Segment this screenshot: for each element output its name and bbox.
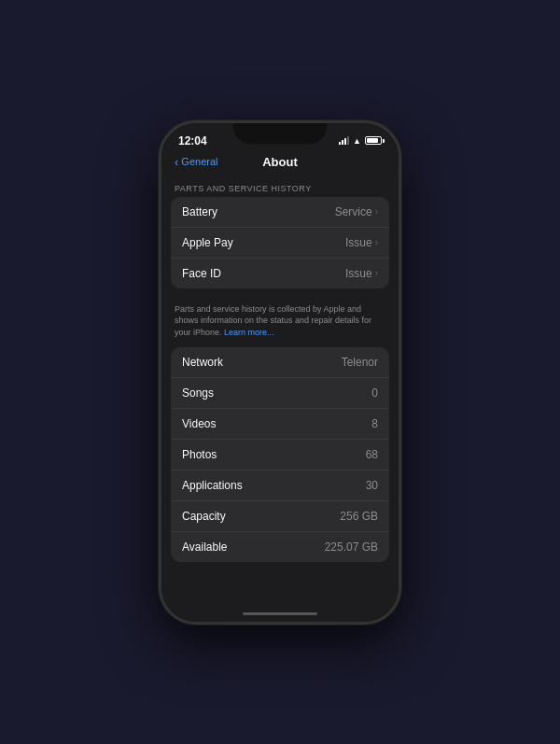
learn-more-link[interactable]: Learn more... bbox=[224, 328, 274, 337]
status-time: 12:04 bbox=[178, 134, 207, 147]
table-row[interactable]: Network Telenor bbox=[171, 347, 389, 378]
videos-count: 8 bbox=[371, 417, 378, 430]
wifi-icon: ▲ bbox=[353, 136, 361, 146]
back-label: General bbox=[181, 156, 217, 167]
apple-pay-value: Issue › bbox=[345, 236, 378, 249]
back-button[interactable]: ‹ General bbox=[175, 155, 217, 169]
apple-pay-label: Apple Pay bbox=[182, 236, 233, 249]
available-label: Available bbox=[182, 540, 227, 554]
table-row[interactable]: Songs 0 bbox=[171, 378, 389, 409]
capacity-amount: 256 GB bbox=[340, 510, 378, 523]
parts-card: Battery Service › Apple Pay Issue › Face… bbox=[171, 197, 389, 288]
table-row[interactable]: Capacity 256 GB bbox=[171, 501, 389, 532]
face-id-status: Issue bbox=[345, 267, 372, 280]
notch bbox=[233, 123, 327, 144]
applications-count: 30 bbox=[366, 479, 378, 492]
nav-bar: ‹ General About bbox=[161, 151, 399, 175]
parts-section-header: PARTS AND SERVICE HISTORY bbox=[161, 175, 399, 197]
battery-label: Battery bbox=[182, 205, 217, 218]
table-row[interactable]: Videos 8 bbox=[171, 409, 389, 440]
home-indicator bbox=[161, 607, 399, 622]
nav-title: About bbox=[262, 155, 298, 169]
videos-value: 8 bbox=[371, 417, 378, 430]
parts-info-text: Parts and service history is collected b… bbox=[161, 298, 399, 348]
chevron-right-icon: › bbox=[375, 206, 378, 217]
table-row[interactable]: Applications 30 bbox=[171, 470, 389, 501]
phone-screen: 12:04 ▲ ‹ General About PARTS AND SERV bbox=[161, 123, 399, 622]
available-amount: 225.07 GB bbox=[325, 540, 378, 554]
battery-status: Service bbox=[335, 205, 372, 218]
apple-pay-status: Issue bbox=[345, 236, 372, 249]
table-row[interactable]: Apple Pay Issue › bbox=[171, 228, 389, 259]
capacity-value: 256 GB bbox=[340, 510, 378, 523]
chevron-right-icon: › bbox=[375, 237, 378, 247]
applications-value: 30 bbox=[366, 479, 378, 492]
photos-value: 68 bbox=[366, 448, 378, 461]
content-area: PARTS AND SERVICE HISTORY Battery Servic… bbox=[161, 175, 399, 607]
chevron-right-icon: › bbox=[375, 268, 378, 278]
table-row[interactable]: Battery Service › bbox=[171, 197, 389, 228]
info-card: Network Telenor Songs 0 Videos 8 bbox=[171, 347, 389, 562]
network-value: Telenor bbox=[342, 356, 378, 369]
network-carrier: Telenor bbox=[342, 356, 378, 369]
home-bar bbox=[243, 612, 317, 615]
phone-frame: 12:04 ▲ ‹ General About PARTS AND SERV bbox=[159, 120, 401, 625]
songs-value: 0 bbox=[371, 386, 378, 400]
battery-value: Service › bbox=[335, 205, 378, 218]
videos-label: Videos bbox=[182, 417, 216, 430]
table-row[interactable]: Photos 68 bbox=[171, 440, 389, 470]
status-icons: ▲ bbox=[339, 136, 382, 146]
songs-count: 0 bbox=[371, 386, 378, 400]
table-row[interactable]: Face ID Issue › bbox=[171, 259, 389, 288]
available-value: 225.07 GB bbox=[325, 540, 378, 554]
back-chevron-icon: ‹ bbox=[175, 155, 178, 169]
face-id-label: Face ID bbox=[182, 267, 221, 280]
signal-icon bbox=[339, 136, 349, 145]
photos-label: Photos bbox=[182, 448, 217, 461]
network-label: Network bbox=[182, 356, 223, 369]
table-row[interactable]: Available 225.07 GB bbox=[171, 532, 389, 562]
battery-icon bbox=[365, 136, 382, 145]
photos-count: 68 bbox=[366, 448, 378, 461]
face-id-value: Issue › bbox=[345, 267, 378, 280]
songs-label: Songs bbox=[182, 386, 214, 400]
applications-label: Applications bbox=[182, 479, 243, 492]
capacity-label: Capacity bbox=[182, 510, 226, 523]
